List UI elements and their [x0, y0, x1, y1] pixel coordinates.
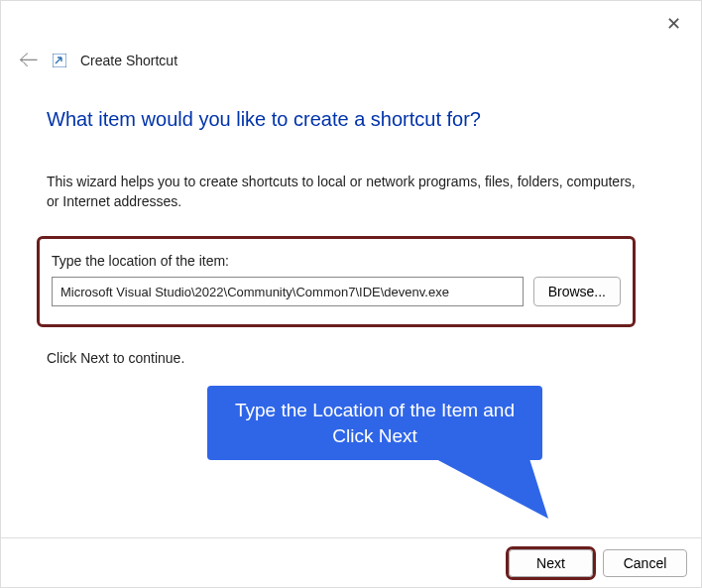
location-label: Type the location of the item:: [52, 253, 621, 269]
svg-rect-0: [53, 54, 66, 67]
location-input[interactable]: [52, 277, 524, 306]
next-button[interactable]: Next: [509, 549, 593, 577]
svg-marker-1: [417, 449, 548, 519]
continue-hint: Click Next to continue.: [47, 350, 184, 366]
dialog-title: Create Shortcut: [80, 53, 177, 68]
location-group-highlight: Type the location of the item: Browse...: [37, 236, 636, 327]
wizard-heading: What item would you like to create a sho…: [47, 108, 481, 131]
close-button[interactable]: ✕: [666, 15, 681, 33]
wizard-description: This wizard helps you to create shortcut…: [47, 172, 642, 212]
dialog-header: 🡠 Create Shortcut: [19, 49, 177, 71]
browse-button[interactable]: Browse...: [533, 277, 621, 306]
cancel-button[interactable]: Cancel: [603, 549, 687, 577]
shortcut-icon: [53, 54, 66, 67]
back-arrow-icon[interactable]: 🡠: [19, 49, 39, 71]
location-row: Browse...: [52, 277, 621, 306]
dialog-footer: Next Cancel: [1, 537, 701, 587]
